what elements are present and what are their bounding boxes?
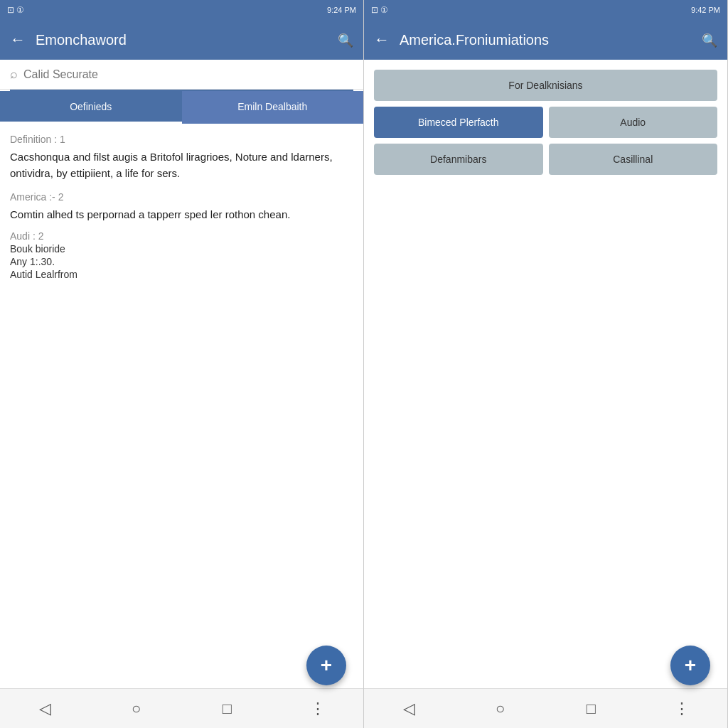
left-search-bar-icon: ⌕ (10, 67, 18, 82)
left-sub-text-bouk: Bouk bioride (10, 243, 353, 255)
right-nav-recent[interactable]: □ (577, 695, 605, 723)
right-phone-screen: ⊡ ① 9:42 PM America.Froniumiations For D… (364, 0, 728, 728)
right-nav-home[interactable]: ○ (486, 695, 515, 723)
left-section-label-2: America :- 2 (10, 191, 353, 203)
left-section-label-1: Definition : 1 (10, 134, 353, 145)
left-nav-back[interactable]: ◁ (31, 695, 60, 723)
left-nav-more[interactable]: ⋮ (304, 695, 332, 723)
left-tab-emlin[interactable]: Emiln Dealbaith (182, 91, 364, 124)
right-status-icons: ⊡ ① (371, 5, 388, 15)
right-nav-back[interactable]: ◁ (395, 695, 424, 723)
left-bottom-nav: ◁ ○ □ ⋮ (0, 688, 363, 728)
right-nav-more[interactable]: ⋮ (668, 695, 696, 723)
right-back-button[interactable] (374, 31, 390, 49)
right-bottom-nav: ◁ ○ □ ⋮ (364, 688, 727, 728)
left-status-left-icons: ⊡ ① (7, 5, 24, 15)
left-app-title: Emonchaword (36, 32, 328, 48)
left-search-bar: ⌕ (0, 60, 363, 90)
right-option-defanmibars[interactable]: Defanmibars (374, 144, 543, 175)
right-status-bar: ⊡ ① 9:42 PM (364, 0, 727, 20)
right-option-bimeced[interactable]: Bimeced Plerfacth (374, 107, 543, 138)
left-app-bar: Emonchaword (0, 20, 363, 60)
right-app-title: America.Froniumiations (400, 32, 692, 48)
right-app-bar: America.Froniumiations (364, 20, 727, 60)
left-status-time: 9:24 PM (327, 6, 356, 14)
right-option-row-2: Defanmibars Casillinal (374, 144, 717, 175)
right-search-icon[interactable] (702, 31, 717, 49)
left-sub-text-any: Any 1:.30. (10, 256, 353, 267)
left-phone-screen: ⊡ ① 9:24 PM Emonchaword ⌕ Oefinieds Emil… (0, 0, 364, 728)
left-fab-icon (321, 654, 332, 677)
left-status-icons: ⊡ ① (7, 5, 24, 15)
left-fab-button[interactable] (306, 646, 346, 685)
right-fab-icon (685, 654, 696, 677)
left-back-button[interactable] (10, 31, 26, 49)
right-content-area: For Dealknisians Bimeced Plerfacth Audio… (364, 60, 727, 688)
left-sub-text-autid: Autid Lealrfrom (10, 269, 353, 280)
left-tab-definitions[interactable]: Oefinieds (0, 91, 182, 124)
left-status-bar: ⊡ ① 9:24 PM (0, 0, 363, 20)
right-fab-button[interactable] (670, 646, 710, 685)
right-option-casillinal[interactable]: Casillinal (549, 144, 718, 175)
left-sub-label-audi: Audi : 2 (10, 230, 353, 242)
left-nav-home[interactable]: ○ (122, 695, 151, 723)
right-status-time: 9:42 PM (691, 6, 720, 14)
left-nav-recent[interactable]: □ (213, 695, 241, 723)
left-search-input[interactable] (23, 68, 353, 81)
left-tab-row: Oefinieds Emiln Dealbaith (0, 91, 363, 124)
left-definition-text-2: Comtin alhed ts perpornad a tapperr sped… (10, 207, 353, 223)
right-option-row-1: Bimeced Plerfacth Audio (374, 107, 717, 138)
right-option-audio[interactable]: Audio (549, 107, 718, 138)
left-content-area: Definition : 1 Cacshonqua and filst augi… (0, 124, 363, 688)
left-search-icon[interactable] (338, 31, 353, 49)
left-definition-text-1: Cacshonqua and filst augis a Britofol li… (10, 149, 353, 181)
right-top-button[interactable]: For Dealknisians (374, 70, 717, 101)
